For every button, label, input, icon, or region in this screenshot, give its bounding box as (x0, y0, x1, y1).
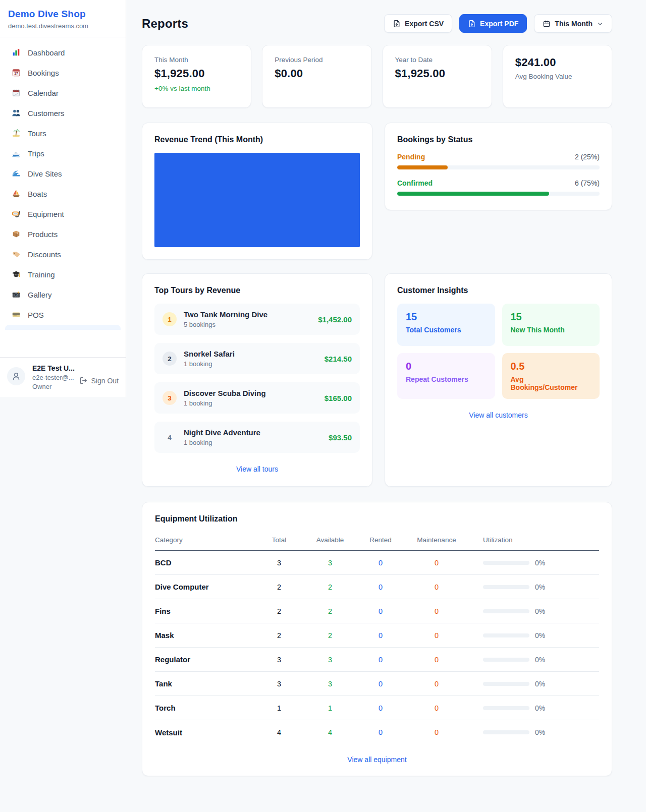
sidebar-item-label: Equipment (28, 210, 64, 218)
sidebar-item-equipment[interactable]: Equipment (5, 204, 121, 224)
sidebar-item-gallery[interactable]: Gallery (5, 284, 121, 305)
sidebar-user-section: E2E Test U... e2e-tester@... Owner Sign … (0, 357, 126, 397)
equipment-total: 3 (256, 559, 302, 567)
sidebar-item-label: Discounts (28, 250, 61, 259)
file-download-icon (393, 20, 401, 28)
sidebar-item-training[interactable]: Training (5, 264, 121, 284)
insight-label: Total Customers (406, 326, 487, 334)
revenue-trend-panel: Revenue Trend (This Month) (142, 123, 372, 260)
column-header: Maintenance (403, 536, 470, 544)
equipment-rented: 0 (358, 704, 403, 712)
header-actions: Export CSV Export PDF This Month (384, 14, 612, 33)
view-all-tours-link[interactable]: View all tours (154, 461, 360, 474)
top-tours-panel: Top Tours by Revenue 1 Two Tank Morning … (142, 273, 372, 487)
export-csv-button[interactable]: Export CSV (384, 14, 452, 33)
status-label: Confirmed (397, 179, 433, 187)
utilization-percent: 0% (535, 559, 545, 567)
view-all-customers-link[interactable]: View all customers (397, 407, 600, 420)
equipment-available: 3 (302, 559, 358, 567)
sidebar-header: Demo Dive Shop demo.test.divestreams.com (0, 0, 126, 37)
stat-value: $1,925.00 (154, 67, 239, 80)
user-meta: E2E Test U... e2e-tester@... Owner (32, 364, 72, 390)
equipment-rented: 0 (358, 680, 403, 688)
sidebar-item-label: Dashboard (28, 48, 65, 57)
sign-out-button[interactable]: Sign Out (79, 376, 119, 385)
logout-icon (79, 376, 88, 385)
equipment-utilization-cell: 0% (470, 680, 599, 688)
column-header: Utilization (470, 536, 599, 544)
period-selector-dropdown[interactable]: This Month (534, 14, 612, 33)
table-row: Wetsuit 4 4 0 0 0% (155, 720, 599, 744)
view-all-equipment-link[interactable]: View all equipment (155, 751, 599, 767)
equipment-category: Regulator (155, 655, 256, 664)
sidebar-item-tours[interactable]: Tours (5, 123, 121, 143)
sidebar-item-dive-sites[interactable]: Dive Sites (5, 163, 121, 184)
equipment-available: 2 (302, 583, 358, 591)
sidebar-active-item-partial[interactable] (5, 325, 121, 330)
sidebar-item-dashboard[interactable]: Dashboard (5, 42, 121, 63)
sidebar-item-pos[interactable]: POS (5, 305, 121, 325)
table-row: BCD 3 3 0 0 0% (155, 551, 599, 575)
equipment-utilization-cell: 0% (470, 728, 599, 736)
status-row-pending: Pending 2 (25%) (397, 153, 600, 169)
revenue-trend-title: Revenue Trend (This Month) (154, 135, 360, 144)
insight-label: New This Month (511, 326, 591, 334)
sidebar-item-discounts[interactable]: Discounts (5, 244, 121, 264)
file-download-icon (468, 20, 476, 28)
lists-row: Top Tours by Revenue 1 Two Tank Morning … (142, 273, 612, 487)
insight-value: 0.5 (511, 361, 591, 372)
utilization-bar-track (483, 633, 529, 637)
equipment-maintenance: 0 (403, 607, 470, 615)
table-row: Torch 1 1 0 0 0% (155, 696, 599, 720)
status-bar-fill (397, 192, 549, 196)
rank-badge: 4 (163, 430, 177, 444)
insight-label: Avg Bookings/Customer (511, 375, 591, 391)
equipment-rented: 0 (358, 631, 403, 640)
speedboat-icon (11, 148, 21, 158)
sidebar-item-trips[interactable]: Trips (5, 143, 121, 163)
stat-value: $241.00 (515, 56, 600, 69)
equipment-total: 2 (256, 631, 302, 640)
equipment-maintenance: 0 (403, 680, 470, 688)
equipment-total: 3 (256, 656, 302, 664)
column-header: Total (256, 536, 302, 544)
page-header: Reports Export CSV Export PDF This Month (142, 14, 612, 33)
export-pdf-label: Export PDF (480, 20, 518, 28)
sidebar-item-label: POS (28, 311, 44, 319)
utilization-bar-track (483, 609, 529, 613)
insight-value: 15 (511, 311, 591, 323)
equipment-total: 1 (256, 704, 302, 712)
sidebar-item-calendar[interactable]: Calendar (5, 83, 121, 103)
user-email: e2e-tester@... (32, 374, 72, 381)
equipment-utilization-panel: Equipment Utilization Category Total Ava… (142, 502, 612, 776)
equipment-total: 4 (256, 728, 302, 736)
package-icon (11, 229, 21, 239)
sidebar-item-label: Trips (28, 149, 44, 158)
insight-avg-bookings: 0.5 Avg Bookings/Customer (502, 353, 600, 399)
sidebar-item-boats[interactable]: Boats (5, 184, 121, 204)
page-title: Reports (142, 17, 188, 31)
graduation-cap-icon (11, 269, 21, 279)
equipment-rented: 0 (358, 559, 403, 567)
equipment-maintenance: 0 (403, 631, 470, 640)
dive-mask-icon (11, 209, 21, 219)
tour-row: 3 Discover Scuba Diving 1 booking $165.0… (154, 382, 360, 414)
sidebar-item-customers[interactable]: Customers (5, 103, 121, 123)
equipment-total: 2 (256, 607, 302, 615)
equipment-category: BCD (155, 558, 256, 567)
sidebar-item-bookings[interactable]: 17 Bookings (5, 63, 121, 83)
export-pdf-button[interactable]: Export PDF (459, 14, 527, 33)
calendar-icon (543, 20, 551, 28)
sidebar-item-products[interactable]: Products (5, 224, 121, 244)
tour-row: 2 Snorkel Safari 1 booking $214.50 (154, 343, 360, 374)
column-header: Rented (358, 536, 403, 544)
utilization-percent: 0% (535, 728, 545, 736)
bar-chart-icon (11, 47, 21, 57)
sidebar: Demo Dive Shop demo.test.divestreams.com… (0, 0, 126, 397)
shop-title-link[interactable]: Demo Dive Shop (8, 9, 118, 20)
tour-revenue: $165.00 (325, 394, 352, 402)
status-label: Pending (397, 153, 425, 161)
rank-badge: 1 (163, 312, 177, 326)
stat-card-avg-booking-value: $241.00 Avg Booking Value (503, 45, 612, 108)
equipment-category: Tank (155, 679, 256, 688)
